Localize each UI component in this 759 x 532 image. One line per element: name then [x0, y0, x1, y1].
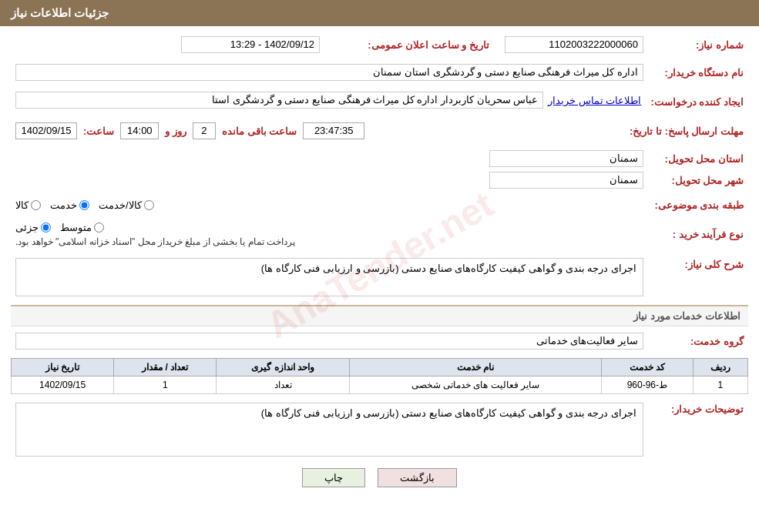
sharh-koli-value: اجرای درجه بندی و گواهی کیفیت کارگاه‌های…	[15, 258, 643, 296]
radio-input-khadamat[interactable]	[79, 200, 89, 210]
back-button[interactable]: بازگشت	[378, 468, 457, 487]
farayand-note: پرداخت تمام یا بخشی از مبلغ خریداز محل "…	[15, 236, 295, 247]
mohlat-rooz-value: 2	[193, 122, 216, 139]
main-content: AnaTender.net شماره نیاز: 11020032220000…	[0, 26, 759, 503]
radio-input-kala-khadamat[interactable]	[144, 200, 154, 210]
shahr-value: سمنان	[489, 172, 643, 189]
gorohe-khadamat-label: گروه خدمت:	[648, 330, 748, 352]
mohlat-label: مهلت ارسال پاسخ: تا تاریخ:	[625, 120, 748, 142]
khadamat-section-header: اطلاعات خدمات مورد نیاز	[11, 305, 748, 326]
ostan-value: سمنان	[489, 150, 643, 167]
info-table-row5: استان محل تحویل: سمنان شهر محل تحویل: سم…	[11, 148, 748, 191]
info-table-row6: طبقه بندی موضوعی: کالا/خدمت خدمت	[11, 197, 748, 213]
tarikhe-elan-label: تاریخ و ساعت اعلان عمومی:	[324, 34, 494, 55]
table-cell-4: 1	[114, 376, 217, 394]
ettelaat-tamas-link[interactable]: اطلاعات تماس خریدار	[548, 95, 641, 106]
saat-label: ساعت:	[83, 125, 114, 137]
radio-input-kala[interactable]	[31, 200, 41, 210]
info-table-tozihat: توضیحات خریدار: اجرای درجه بندی و گواهی …	[11, 400, 748, 459]
radio-jozi-label: جزئی	[15, 222, 39, 233]
services-table: ردیف کد خدمت نام خدمت واحد اندازه گیری ت…	[11, 358, 748, 394]
gorohe-khadamat-value: سایر فعالیت‌های خدماتی	[15, 333, 643, 350]
radio-input-jozi[interactable]	[41, 223, 51, 233]
info-table-row4: مهلت ارسال پاسخ: تا تاریخ: 23:47:35 ساعت…	[11, 120, 748, 142]
col-radif: ردیف	[693, 359, 747, 376]
page-title: جزئیات اطلاعات نیاز	[11, 6, 109, 19]
shahr-label: شهر محل تحویل:	[648, 169, 748, 191]
table-row: 1ط-96-960سایر فعالیت های خدماتی شخصیتعدا…	[12, 376, 748, 394]
table-cell-1: ط-96-960	[601, 376, 693, 394]
page-container: جزئیات اطلاعات نیاز AnaTender.net شماره …	[0, 0, 759, 532]
noe-farayand-label: نوع فرآیند خرید :	[648, 219, 748, 249]
info-table-row3: ایجاد کننده درخواست: اطلاعات تماس خریدار…	[11, 89, 748, 114]
tozihat-value: اجرای درجه بندی و گواهی کیفیت کارگاه‌های…	[15, 403, 643, 457]
nam-dastgah-label: نام دستگاه خریدار:	[648, 62, 748, 83]
table-cell-2: سایر فعالیت های خدماتی شخصی	[349, 376, 601, 394]
radio-kala[interactable]: کالا	[15, 199, 41, 211]
table-cell-0: 1	[693, 376, 747, 394]
radio-kala-khadamat[interactable]: کالا/خدمت	[99, 199, 154, 211]
ijad-konande-label: ایجاد کننده درخواست:	[646, 89, 748, 114]
shomara-niaz-label: شماره نیاز:	[648, 34, 748, 55]
table-cell-5: 1402/09/15	[12, 376, 114, 394]
tabaqe-label: طبقه بندی موضوعی:	[648, 197, 748, 213]
radio-jozi[interactable]: جزئی	[15, 222, 51, 233]
mohlat-saat-mande: 23:47:35	[303, 122, 364, 139]
radio-motavasset-label: متوسط	[60, 222, 92, 233]
col-tedad: تعداد / مقدار	[114, 359, 217, 376]
radio-motavasset[interactable]: متوسط	[60, 222, 104, 233]
mohlat-date-value: 1402/09/15	[15, 122, 77, 139]
sharh-koli-label: شرح کلی نیاز:	[648, 256, 748, 299]
info-table-row2: نام دستگاه خریدار: اداره کل میراث فرهنگی…	[11, 62, 748, 83]
info-table-row1: شماره نیاز: 1102003222000060 تاریخ و ساع…	[11, 34, 748, 55]
ostan-label: استان محل تحویل:	[648, 148, 748, 169]
info-table-sharh: شرح کلی نیاز: اجرای درجه بندی و گواهی کی…	[11, 256, 748, 299]
button-row: بازگشت چاپ	[11, 468, 748, 487]
tarikhe-elan-value: 1402/09/12 - 13:29	[181, 36, 320, 53]
col-kod: کد خدمت	[601, 359, 693, 376]
page-header: جزئیات اطلاعات نیاز	[0, 0, 759, 26]
col-vahed: واحد اندازه گیری	[217, 359, 350, 376]
radio-kala-label: کالا	[15, 199, 29, 211]
info-table-row7: نوع فرآیند خرید : متوسط جزئی	[11, 219, 748, 249]
tozihat-label: توضیحات خریدار:	[648, 400, 748, 459]
print-button[interactable]: چاپ	[302, 468, 365, 487]
ijad-konande-value: عباس سحریان کاربردار اداره کل میراث فرهن…	[15, 92, 543, 109]
info-table-gorohe: گروه خدمت: سایر فعالیت‌های خدماتی	[11, 330, 748, 352]
col-tarikh: تاریخ نیاز	[12, 359, 114, 376]
saat-mande-label: ساعت باقی مانده	[222, 125, 297, 137]
radio-khadamat-label: خدمت	[50, 199, 77, 211]
col-nam: نام خدمت	[349, 359, 601, 376]
mohlat-saat-value: 14:00	[120, 122, 159, 139]
radio-kala-khadamat-label: کالا/خدمت	[99, 199, 142, 211]
rooz-label: روز و	[165, 125, 186, 137]
table-cell-3: تعداد	[217, 376, 350, 394]
shomara-niaz-value: 1102003222000060	[505, 36, 643, 53]
nam-dastgah-value: اداره کل میراث فرهنگی صنایع دستی و گردشگ…	[15, 64, 643, 81]
radio-input-motavasset[interactable]	[94, 223, 104, 233]
radio-khadamat[interactable]: خدمت	[50, 199, 89, 211]
